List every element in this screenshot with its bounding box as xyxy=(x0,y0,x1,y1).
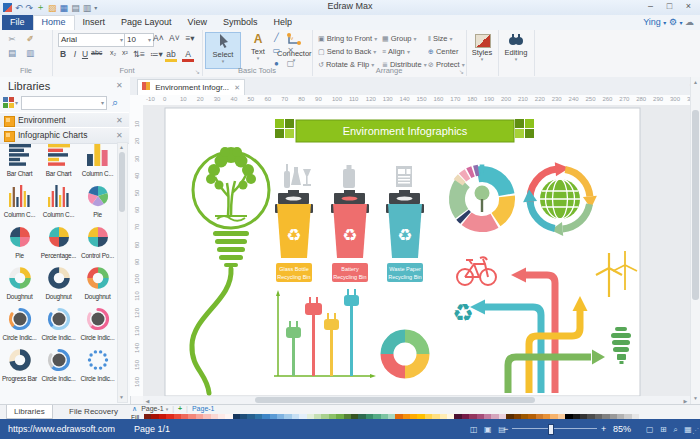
bring-to-front-button[interactable]: ▣Bring to Front ▾ xyxy=(318,34,377,43)
canvas-hscrollbar[interactable]: ◀ ▶ xyxy=(143,396,690,404)
maximize-button[interactable]: □ xyxy=(660,0,679,14)
sidebar-tab-libraries[interactable]: Libraries xyxy=(6,405,53,419)
category-dropdown-icon[interactable]: ▾ xyxy=(15,99,18,106)
bullets-icon[interactable]: ≔▾ xyxy=(149,49,164,59)
recycle-symbol-shape[interactable]: ♻ xyxy=(452,299,474,326)
statusbar-url[interactable]: https://www.edrawsoft.com xyxy=(8,424,115,434)
scroll-down-icon[interactable]: ▼ xyxy=(691,395,700,401)
bold-icon[interactable]: B xyxy=(57,49,69,59)
library-item[interactable]: Bar Chart xyxy=(0,142,39,180)
tab-home[interactable]: Home xyxy=(33,15,75,30)
section-close-icon[interactable]: ✕ xyxy=(116,116,123,125)
group-button[interactable]: ▦Group ▾ xyxy=(382,34,417,43)
subscript-icon[interactable]: x₂ xyxy=(107,49,119,56)
tab-insert[interactable]: Insert xyxy=(75,15,114,30)
zoom-level[interactable]: 85% xyxy=(613,424,631,434)
search-dropdown-icon[interactable]: ▾ xyxy=(101,99,104,106)
line-tool-icon[interactable]: ╱ xyxy=(270,32,283,44)
highlight-icon[interactable]: ab xyxy=(165,49,177,62)
account-area[interactable]: Ying ▾ ⚙ ▾ ☁ xyxy=(643,15,694,31)
center-button[interactable]: ⊕Center xyxy=(428,47,458,56)
font-size-select[interactable]: 10▾ xyxy=(124,33,154,47)
zoom-slider-knob[interactable] xyxy=(548,424,554,435)
page-tab[interactable]: Page-1 xyxy=(192,405,215,413)
rectangle-tool-icon[interactable]: ▭ xyxy=(270,45,283,57)
arc-tool-icon[interactable]: ∿ xyxy=(284,32,297,44)
align-icon[interactable]: ≡▾ xyxy=(184,33,196,43)
recycling-bin-battery[interactable]: ♻ Battery Recycling Bin xyxy=(331,190,369,282)
library-category-icon[interactable] xyxy=(3,97,14,108)
library-item[interactable]: Circle Indic... xyxy=(39,347,78,385)
canvas-vscrollbar[interactable]: ▲ ▼ xyxy=(690,77,700,404)
ellipse-tool-icon[interactable]: ● xyxy=(270,58,283,70)
tab-help[interactable]: Help xyxy=(265,15,300,30)
page-view-icon[interactable]: ▣ xyxy=(484,425,492,434)
cloud-icon[interactable]: ☁ xyxy=(685,17,694,27)
pencil-tool-icon[interactable]: ✕ xyxy=(284,45,297,57)
library-scrollbar[interactable]: ▲ ▼ xyxy=(117,142,127,439)
resize-grip[interactable]: ⋰ xyxy=(692,427,699,435)
find-icon[interactable]: ⌕ xyxy=(673,425,677,434)
fit-window-icon[interactable]: ▢ xyxy=(646,425,654,434)
close-button[interactable]: × xyxy=(679,0,698,14)
size-button[interactable]: ‖Size ▾ xyxy=(428,34,453,43)
document-tab[interactable]: Environment Infogr... ✕ xyxy=(137,79,245,96)
settings-gear-icon[interactable]: ⚙ xyxy=(669,17,677,27)
decrease-font-icon[interactable]: A˅ xyxy=(168,33,181,43)
recycling-bin-glass[interactable]: ♻ Glass Bottle Recycling Bin xyxy=(275,190,313,282)
section-close-icon[interactable]: ✕ xyxy=(116,131,123,140)
library-item[interactable]: Circle Indic... xyxy=(39,306,78,344)
search-icon[interactable]: ⌕ xyxy=(112,96,118,109)
grid-view-icon[interactable]: ⊞ xyxy=(660,425,667,434)
sidebar-tab-file-recovery[interactable]: File Recovery xyxy=(62,405,125,418)
library-item[interactable]: Percentage... xyxy=(39,224,78,262)
tab-symbols[interactable]: Symbols xyxy=(215,15,266,30)
format-painter-icon[interactable]: ✐ xyxy=(24,34,36,44)
minimize-button[interactable]: – xyxy=(641,0,660,14)
arrange-dialog-launcher-icon[interactable]: ↘ xyxy=(459,68,464,75)
superscript-icon[interactable]: x² xyxy=(119,49,131,56)
library-item[interactable]: Column C... xyxy=(39,183,78,221)
tab-file[interactable]: File xyxy=(2,15,33,30)
zoom-out-button[interactable]: − xyxy=(503,424,508,434)
scroll-up-icon[interactable]: ▲ xyxy=(691,79,700,85)
libraries-close-icon[interactable]: ✕ xyxy=(116,81,123,90)
select-tool-button[interactable]: Select▾ xyxy=(205,32,241,69)
library-item[interactable]: Column C... xyxy=(78,142,117,180)
font-color-icon[interactable]: A xyxy=(182,49,194,62)
library-item[interactable]: Progress Bar xyxy=(0,347,39,385)
library-item[interactable]: Circle Indic... xyxy=(78,306,117,344)
library-search-input[interactable]: ▾ xyxy=(21,96,107,110)
send-to-back-button[interactable]: ▢Send to Back ▾ xyxy=(318,47,376,56)
library-item[interactable]: Doughnut xyxy=(0,265,39,303)
library-item[interactable]: Doughnut xyxy=(78,265,117,303)
font-family-select[interactable]: Arial▾ xyxy=(58,33,126,47)
library-item[interactable]: Bar Chart xyxy=(39,142,78,180)
normal-view-icon[interactable]: ◫ xyxy=(470,425,478,434)
library-item[interactable]: Pie xyxy=(78,183,117,221)
tab-view[interactable]: View xyxy=(180,15,215,30)
recycling-bin-paper[interactable]: ♻ Waste Paper Recycling Bin xyxy=(386,190,424,282)
line-spacing-icon[interactable]: ⇅≡ xyxy=(132,49,146,59)
align-button[interactable]: ≡Align ▾ xyxy=(382,47,410,56)
library-item[interactable]: Pie xyxy=(0,224,39,262)
library-item[interactable]: Control Po... xyxy=(78,224,117,262)
library-item[interactable]: Column C... xyxy=(0,183,39,221)
page-dropdown[interactable]: Page-1 ▾ xyxy=(141,405,168,413)
zoom-slider[interactable] xyxy=(512,428,597,429)
add-page-button[interactable]: + xyxy=(178,405,182,413)
paste-icon[interactable]: ▤ xyxy=(6,48,18,58)
collapse-pagebar-icon[interactable]: ∧ xyxy=(132,405,137,413)
strikethrough-icon[interactable]: abc xyxy=(90,49,103,56)
library-item[interactable]: Doughnut xyxy=(39,265,78,303)
copy-icon[interactable]: ▥ xyxy=(24,48,36,58)
increase-font-icon[interactable]: A˄ xyxy=(152,33,165,43)
crop-tool-icon[interactable]: ▢ xyxy=(284,58,297,70)
scroll-down-icon[interactable]: ▼ xyxy=(117,394,126,400)
cut-icon[interactable]: ✂ xyxy=(6,34,18,44)
library-item[interactable]: Circle Indic... xyxy=(0,306,39,344)
zoom-in-button[interactable]: + xyxy=(601,424,606,434)
drawing-canvas[interactable]: Environment Infographics xyxy=(143,105,690,404)
library-item[interactable]: Circle Indic... xyxy=(78,347,117,385)
banner-shape[interactable]: Environment Infographics xyxy=(275,119,534,142)
